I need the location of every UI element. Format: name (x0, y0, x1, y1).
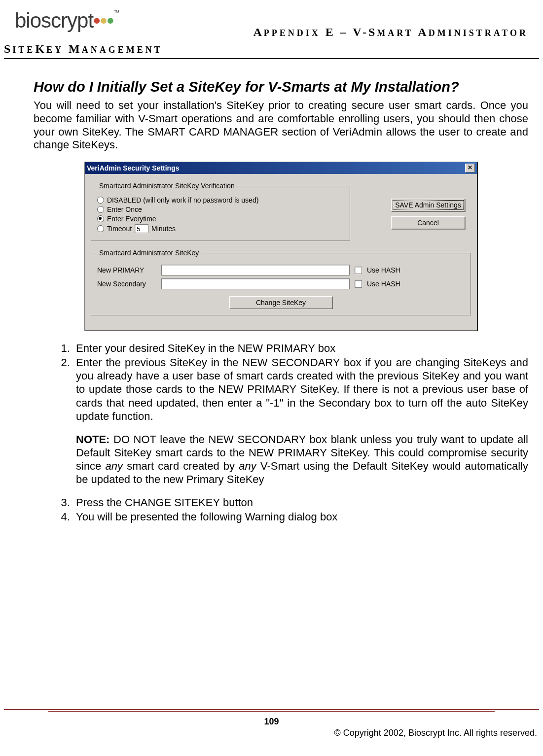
change-sitekey-button[interactable]: Change SiteKey (229, 296, 333, 309)
step-2: Enter the previous SiteKey in the NEW SE… (73, 356, 528, 422)
step-1: Enter your desired SiteKey in the NEW PR… (73, 342, 528, 355)
radio-label-timeout: Timeout (107, 225, 132, 233)
radio-label-enter-once: Enter Once (107, 206, 142, 213)
dialog-titlebar: VeriAdmin Security Settings ✕ (85, 162, 477, 174)
logo-tm: ™ (113, 9, 119, 16)
dialog-title: VeriAdmin Security Settings (87, 164, 180, 172)
new-secondary-input[interactable] (161, 278, 350, 289)
secondary-use-hash-label: Use HASH (367, 280, 400, 288)
page-number: 109 (4, 717, 539, 727)
radio-enter-once[interactable] (97, 206, 104, 213)
secondary-use-hash-checkbox[interactable] (355, 280, 362, 288)
copyright: © Copyright 2002, Bioscrypt Inc. All rig… (4, 728, 539, 738)
new-primary-input[interactable] (161, 265, 350, 275)
group2-legend: Smartcard Administrator SiteKey (97, 249, 201, 257)
timeout-unit: Minutes (151, 225, 176, 233)
section-heading: How do I Initially Set a SiteKey for V-S… (34, 79, 528, 95)
primary-use-hash-label: Use HASH (367, 266, 400, 274)
steps-list-cont: Press the CHANGE SITEKEY button You will… (34, 496, 528, 523)
note-label: NOTE: (76, 433, 109, 446)
timeout-input[interactable] (135, 224, 148, 233)
step-3: Press the CHANGE SITEKEY button (73, 496, 528, 509)
logo: bioscrypt•••™ (15, 9, 119, 33)
logo-text: bioscrypt (15, 9, 93, 32)
page-footer: 109 © Copyright 2002, Bioscrypt Inc. All… (4, 709, 539, 738)
sitekey-verification-group: Smartcard Administrator SiteKey Verifica… (91, 182, 350, 241)
cancel-button[interactable]: Cancel (391, 216, 465, 229)
radio-label-disabled: DISABLED (will only work if no password … (107, 196, 258, 204)
note-block: NOTE: DO NOT leave the NEW SECONDARY box… (76, 433, 528, 486)
header-rule (4, 58, 539, 59)
save-admin-settings-button[interactable]: SAVE Admin Settings (391, 199, 465, 211)
radio-label-enter-everytime: Enter Everytime (107, 215, 156, 223)
radio-enter-everytime[interactable] (97, 215, 104, 222)
secondary-label: New Secondary (97, 280, 156, 288)
primary-use-hash-checkbox[interactable] (355, 267, 362, 274)
header-sitekey: SITEKEY MANAGEMENT (4, 42, 163, 56)
radio-timeout[interactable] (97, 225, 104, 232)
close-icon[interactable]: ✕ (465, 164, 475, 172)
sitekey-group: Smartcard Administrator SiteKey New PRIM… (91, 249, 471, 315)
header-appendix: APPENDIX E – V-SMART ADMINISTRATOR (253, 26, 528, 39)
primary-label: New PRIMARY (97, 266, 156, 274)
group1-legend: Smartcard Administrator SiteKey Verifica… (97, 182, 237, 190)
veriadmin-dialog: VeriAdmin Security Settings ✕ SAVE Admin… (84, 162, 477, 331)
step-4: You will be presented the following Warn… (73, 510, 528, 523)
steps-list: Enter your desired SiteKey in the NEW PR… (34, 342, 528, 422)
radio-disabled[interactable] (97, 197, 104, 204)
intro-paragraph: You will need to set your installation's… (34, 99, 528, 152)
